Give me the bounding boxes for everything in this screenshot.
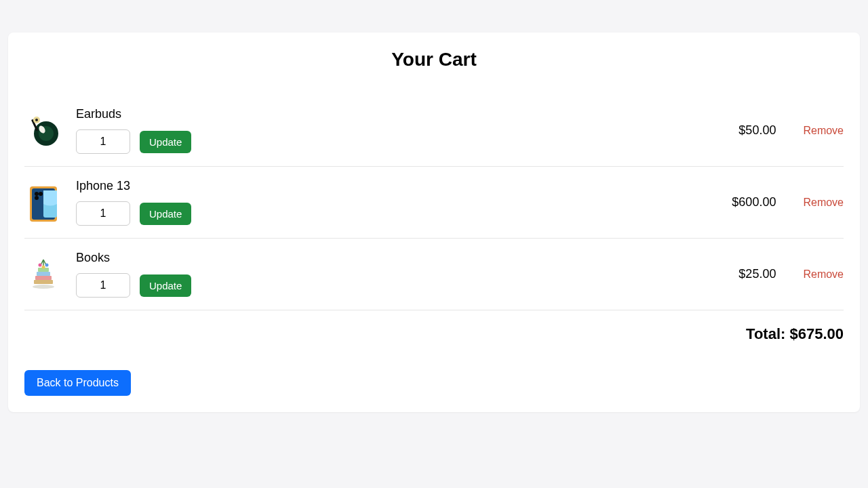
item-main: Books Update: [76, 251, 738, 298]
cart-item-row: Books Update $25.00 Remove: [24, 239, 844, 310]
quantity-input[interactable]: [76, 129, 130, 154]
update-button[interactable]: Update: [140, 131, 191, 153]
svg-point-19: [33, 285, 54, 289]
svg-point-17: [45, 263, 49, 266]
item-name: Iphone 13: [76, 179, 732, 193]
svg-rect-13: [35, 276, 52, 280]
page-title: Your Cart: [24, 49, 844, 70]
svg-point-10: [39, 192, 43, 196]
svg-point-9: [35, 192, 39, 196]
remove-link[interactable]: Remove: [803, 197, 844, 209]
item-main: Earbuds Update: [76, 107, 738, 154]
books-icon: [24, 256, 62, 293]
earbuds-icon: [24, 112, 62, 150]
cart-item-row: Earbuds Update $50.00 Remove: [24, 95, 844, 167]
qty-controls: Update: [76, 201, 732, 226]
remove-link[interactable]: Remove: [803, 125, 844, 137]
item-price: $50.00: [738, 123, 776, 138]
back-to-products-button[interactable]: Back to Products: [24, 370, 131, 396]
quantity-input[interactable]: [76, 201, 130, 226]
item-price: $25.00: [738, 267, 776, 281]
cart-card: Your Cart Earbuds Update $50.00 Remove: [8, 33, 860, 412]
update-button[interactable]: Update: [140, 274, 191, 297]
qty-controls: Update: [76, 273, 738, 298]
svg-rect-14: [37, 272, 50, 276]
remove-link[interactable]: Remove: [803, 268, 844, 281]
svg-point-5: [35, 119, 38, 121]
qty-controls: Update: [76, 129, 738, 154]
quantity-input[interactable]: [76, 273, 130, 298]
item-main: Iphone 13 Update: [76, 179, 732, 226]
svg-point-11: [35, 196, 39, 200]
cart-total: Total: $675.00: [24, 325, 844, 343]
svg-point-16: [39, 263, 42, 266]
item-name: Earbuds: [76, 107, 738, 121]
cart-item-row: Iphone 13 Update $600.00 Remove: [24, 167, 844, 239]
item-name: Books: [76, 251, 738, 265]
svg-rect-12: [34, 280, 53, 284]
svg-point-18: [42, 265, 45, 268]
iphone-icon: [24, 184, 62, 222]
item-price: $600.00: [732, 195, 776, 209]
update-button[interactable]: Update: [140, 203, 191, 225]
